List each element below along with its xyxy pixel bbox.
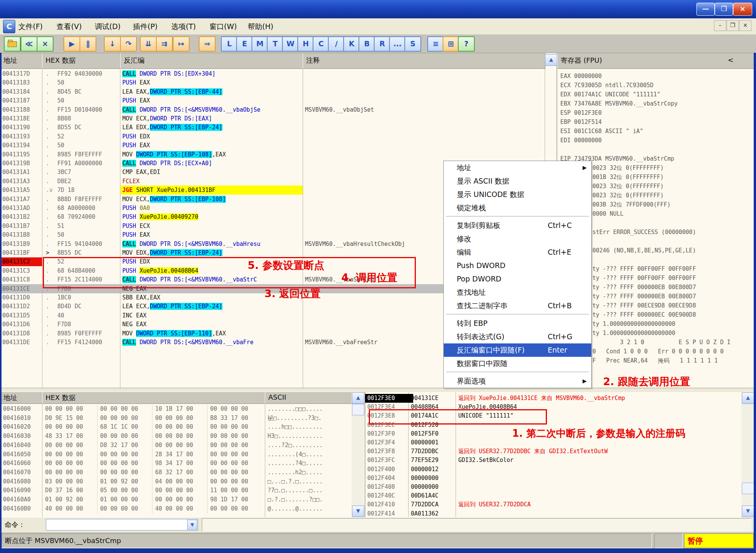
context-menu-item-9[interactable]: Push DWORD bbox=[444, 259, 591, 272]
mdi-close-button[interactable]: × bbox=[739, 20, 751, 31]
toolbar-source-window-button[interactable]: S bbox=[404, 36, 421, 52]
stack-scroll-up[interactable]: ▲ bbox=[742, 392, 754, 404]
stack-row[interactable]: 0012F40C00D61A4C bbox=[365, 491, 741, 500]
mdi-restore-button[interactable]: ❐ bbox=[727, 20, 739, 31]
register-line-partial[interactable]: ty 1.0000000000000000000 bbox=[592, 329, 753, 338]
menu-item-2[interactable]: 查看(V) bbox=[54, 21, 84, 32]
register-line-partial[interactable]: ty -??? FFFF 00FF00FF 00FF00FF bbox=[592, 274, 753, 283]
disasm-row[interactable]: 00413195.8985 F8FEFFFFMOV DWORD PTR SS:[… bbox=[0, 150, 545, 159]
toolbar-step-over-button[interactable]: ↷ bbox=[120, 36, 137, 52]
toolbar-pause-button[interactable]: ∥ bbox=[79, 36, 96, 52]
register-line[interactable]: EBP 0012F514 bbox=[560, 118, 751, 127]
context-menu-item-6[interactable]: 复制到剪贴板Ctrl+C bbox=[444, 219, 591, 232]
disasm-row[interactable]: 0041317D.FF92 04030000CALL DWORD PTR DS:… bbox=[0, 70, 545, 78]
close-button[interactable]: × bbox=[733, 3, 752, 16]
dump-header-hex[interactable]: HEX 数据 bbox=[42, 392, 266, 404]
disasm-row[interactable]: 00413187.50PUSH EAX bbox=[0, 96, 545, 105]
toolbar-references-window-button[interactable]: R bbox=[374, 36, 391, 52]
toolbar-animate-into-button[interactable]: ⇊ bbox=[140, 36, 157, 52]
register-line-partial[interactable]: 001B 32位 0(FFFFFFFF) bbox=[592, 173, 753, 182]
disasm-header-address[interactable]: 地址 bbox=[0, 53, 43, 69]
register-line-partial[interactable]: ty -??? FFFF 00ECE9D8 00ECE9D8 bbox=[592, 301, 753, 310]
disasm-row[interactable]: 0041318E.8B08MOV ECX,DWORD PTR DS:[EAX] bbox=[0, 114, 545, 123]
minimize-button[interactable]: — bbox=[696, 3, 715, 16]
context-menu-item-7[interactable]: 修改 bbox=[444, 232, 591, 246]
command-dropdown-icon[interactable]: ▼ bbox=[187, 520, 197, 530]
disasm-row[interactable]: 00413188.FF15 D0104000CALL DWORD PTR DS:… bbox=[0, 106, 545, 114]
toolbar-memory-window-button[interactable]: M bbox=[251, 36, 268, 52]
menu-item-7[interactable]: 帮助(H) bbox=[245, 21, 276, 32]
register-line-partial[interactable]: 0023 32位 0(FFFFFFFF) bbox=[592, 182, 753, 191]
command-input[interactable]: ▼ bbox=[46, 519, 198, 530]
dump-row[interactable]: 0041607000 00 00 0000 00 00 0068 32 17 0… bbox=[0, 468, 351, 477]
dump-row[interactable]: 0041600000 00 00 0000 00 00 0010 1B 17 0… bbox=[0, 405, 351, 413]
toolbar-step-into-button[interactable]: ↓ bbox=[104, 36, 121, 52]
dump-row[interactable]: 004160A001 00 92 0001 00 00 0000 00 00 0… bbox=[0, 495, 351, 504]
context-menu-item-4[interactable]: 锁定堆栈 bbox=[444, 201, 591, 215]
disasm-header-disasm[interactable]: 反汇编 bbox=[120, 53, 303, 69]
toolbar-run-button[interactable]: ▶ bbox=[63, 36, 80, 52]
toolbar-executables-window-button[interactable]: E bbox=[236, 36, 253, 52]
register-line-partial[interactable]: 3 2 1 0 E S P U O Z D I bbox=[592, 338, 753, 347]
stack-row[interactable]: 0012F40800000000 bbox=[365, 483, 741, 491]
register-line-partial[interactable]: 0 Cond 1 0 0 0 Err 0 0 0 0 0 0 0 0 bbox=[592, 347, 753, 356]
registers-collapse-icon[interactable]: < bbox=[728, 56, 733, 64]
register-line-partial[interactable]: 0023 32位 0(FFFFFFFF) bbox=[592, 164, 753, 172]
toolbar-log-window-button[interactable]: L bbox=[221, 36, 238, 52]
context-menu-item-15[interactable]: 转到表达式(G)Ctrl+G bbox=[444, 330, 591, 343]
register-line-partial[interactable]: ty 1.0000000000000000000 bbox=[592, 320, 753, 329]
stack-row[interactable]: 0012F3FC77EF5E29GDI32.SetBkColor bbox=[365, 456, 741, 465]
context-menu-item-1[interactable]: 地址▶ bbox=[444, 161, 591, 174]
disasm-row[interactable]: 00413194.50PUSH EAX bbox=[0, 141, 545, 150]
register-line[interactable]: ECX 7C93005D ntdll.7C93005D bbox=[560, 81, 751, 90]
register-line-partial[interactable]: ty -??? FFFF 000000EB 00E800D7 bbox=[592, 283, 753, 292]
dump-scroll-thumb[interactable] bbox=[352, 404, 364, 415]
dump-row[interactable]: 0041603048 33 17 0000 00 00 0000 00 00 0… bbox=[0, 432, 351, 441]
register-line-partial[interactable]: 00246 (NO,NB,E,BE,NS,PE,GE,LE) bbox=[592, 246, 753, 255]
toolbar-cpu-window-button[interactable]: C bbox=[313, 36, 329, 52]
dump-row[interactable]: 0041604000 00 00 00D8 32 17 0000 00 00 0… bbox=[0, 441, 351, 450]
stack-row[interactable]: 0012F40400000000 bbox=[365, 474, 741, 483]
stack-row[interactable]: 0012F40000000012 bbox=[365, 465, 741, 474]
toolbar-appearance-button[interactable]: ⊞ bbox=[443, 36, 459, 52]
toolbar-patches-window-button[interactable]: / bbox=[328, 36, 345, 52]
register-line[interactable]: EDX 00174A1C UNICODE "111111" bbox=[560, 90, 751, 99]
toolbar-open-file-button[interactable] bbox=[4, 36, 21, 52]
toolbar-help-button[interactable]: ? bbox=[458, 36, 475, 52]
toolbar-breakpoints-window-button[interactable]: B bbox=[359, 36, 375, 52]
context-menu-item-17[interactable]: 数据窗口中跟随 bbox=[444, 357, 591, 370]
disasm-scroll-up[interactable]: ▲ bbox=[545, 54, 557, 66]
toolbar-handles-window-button[interactable]: H bbox=[297, 36, 314, 52]
stack-row[interactable]: 0012F3E0004131CE返回到 XuePoJie.004131CE 来自… bbox=[365, 394, 741, 403]
stack-scrollbar[interactable] bbox=[741, 392, 754, 517]
context-menu-item-14[interactable]: 转到 EBP bbox=[444, 317, 591, 330]
register-line-partial[interactable]: ty -??? FFFF 00FF00FF 00FF00FF bbox=[592, 265, 753, 273]
register-line[interactable]: EDI 00000000 bbox=[560, 136, 751, 145]
register-line[interactable]: ESI 001C1C68 ASCII " iA" bbox=[560, 127, 751, 136]
menu-item-3[interactable]: 调试(D) bbox=[92, 21, 123, 32]
toolbar-animate-over-button[interactable]: ⇉ bbox=[156, 36, 173, 52]
dump-row[interactable]: 0041602000 00 00 0068 1C 1C 0000 00 00 0… bbox=[0, 423, 351, 431]
context-menu-item-16[interactable]: 反汇编窗口中跟随(F)Enter bbox=[444, 343, 591, 357]
register-line-partial[interactable]: ty -??? FFFF 000000EB 00E800D7 bbox=[592, 292, 753, 301]
toolbar-go-to-button[interactable]: ⇒ bbox=[199, 36, 216, 52]
dump-row[interactable]: 004160B040 00 00 0000 00 00 0040 00 00 0… bbox=[0, 504, 351, 513]
register-line[interactable]: EAX 00000000 bbox=[560, 72, 751, 81]
menu-item-6[interactable]: 窗口(W) bbox=[207, 21, 239, 32]
dump-row[interactable]: 0041608003 00 00 0001 00 92 0004 00 00 0… bbox=[0, 477, 351, 486]
mdi-child-icon[interactable]: C bbox=[3, 20, 15, 33]
context-menu-item-8[interactable]: 编辑Ctrl+E bbox=[444, 246, 591, 259]
context-menu-item-3[interactable]: 显示 UNICODE 数据 bbox=[444, 188, 591, 201]
stack-row[interactable]: 0012F3F877D2DDBC返回到 USER32.77D2DDBC 来自 G… bbox=[365, 447, 741, 456]
toolbar-close-program-button[interactable]: × bbox=[37, 36, 54, 52]
registers-header[interactable]: 寄存器 (FPU) < bbox=[557, 53, 754, 69]
stack-scroll-thumb[interactable] bbox=[742, 483, 754, 494]
menu-item-4[interactable]: 插件(P) bbox=[131, 21, 160, 32]
toolbar-threads-window-button[interactable]: T bbox=[267, 36, 284, 52]
register-line-partial[interactable]: 0000 NULL bbox=[592, 210, 753, 218]
disasm-row[interactable]: 00413193.52PUSH EDX bbox=[0, 132, 545, 141]
maximize-button[interactable]: ❐ bbox=[715, 3, 733, 16]
register-line[interactable]: EBX 73476A8E MSVBVM60.__vbaStrCopy bbox=[560, 99, 751, 108]
register-line-partial[interactable]: 0023 32位 0(FFFFFFFF) bbox=[592, 191, 753, 200]
toolbar-windows-window-button[interactable]: W bbox=[282, 36, 299, 52]
